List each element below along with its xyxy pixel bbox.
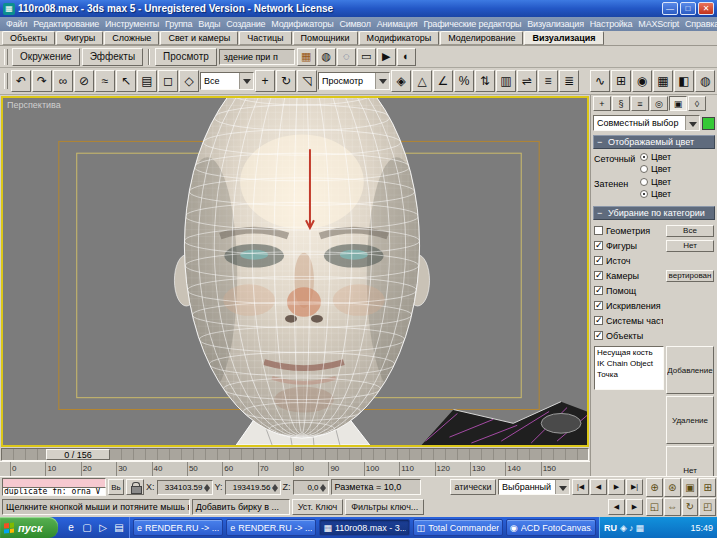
snap-toggle-icon[interactable]: △ [412,70,432,92]
bind-spacewarp-icon[interactable]: ≈ [95,70,115,92]
previous-key-icon[interactable]: ◀ [608,499,625,515]
category-action-button[interactable]: вертирован [666,270,714,282]
play-icon[interactable]: ▶ [608,479,625,495]
taskbar-window-button[interactable]: ◫ Total Commander... [413,519,503,536]
dropdown-arrow-icon[interactable] [555,480,569,494]
category-action-button[interactable]: Все [666,225,714,237]
language-indicator[interactable]: RU [604,523,617,533]
network-icon[interactable]: ▦ [635,523,644,533]
angle-snap-icon[interactable]: ∠ [433,70,453,92]
toolbar-tab[interactable]: Моделирование [440,31,523,45]
render-type-icon[interactable]: ◧ [674,70,694,92]
spinner-icon[interactable] [204,481,211,493]
close-button[interactable]: ✕ [698,2,714,15]
titlebar[interactable]: ▦ 110ro08.max - 3ds max 5 - Unregistered… [0,0,717,17]
radio-icon[interactable] [640,153,648,161]
toolbar-tab[interactable]: Визуализация [524,31,603,45]
toolbar-grip[interactable] [4,73,8,89]
move-icon[interactable]: + [255,70,275,92]
taskbar-window-button[interactable]: ▦ 110ro08.max - 3... [319,519,409,536]
menu-item[interactable]: Символ [336,19,373,29]
viewport-perspective[interactable]: Перспектива [1,96,589,447]
layer-manager-icon[interactable]: ≣ [559,70,579,92]
menu-item[interactable]: Анимация [374,19,421,29]
category-checkbox[interactable] [594,301,603,310]
menu-item[interactable]: Инструменты [102,19,162,29]
show-desktop-icon[interactable]: ▢ [80,521,94,535]
menu-item[interactable]: Визуализация [524,19,587,29]
category-checkbox[interactable] [594,331,603,340]
hierarchy-tab-icon[interactable]: ≡ [631,96,649,111]
listener-output-line[interactable]: duplicate fn: orna_V [2,487,106,497]
menu-item[interactable]: Графические редакторы [420,19,524,29]
volume-icon[interactable]: ♪ [629,523,634,533]
material-editor-icon[interactable]: ◉ [632,70,652,92]
toolbar-tab[interactable]: Помощники [293,31,358,45]
zoom-extents-all-icon[interactable]: ⊞ [699,478,716,497]
key-filters-button[interactable]: Фильтры ключ... [345,499,424,515]
reference-coordsys-combo[interactable]: Просмотр [318,72,390,90]
listener-expand-button[interactable]: Вь [108,479,124,495]
taskbar-window-button[interactable]: e RENDER.RU -> ... [226,519,316,536]
radio-option[interactable]: Цвет [640,189,671,199]
toolbar-tab[interactable]: Объекты [2,31,55,45]
modify-tab-icon[interactable]: § [612,96,630,111]
start-button[interactable]: пуск [0,517,58,538]
none-category-button[interactable]: Нет [666,446,714,476]
select-icon[interactable]: ↖ [116,70,136,92]
rollout-display-color-header[interactable]: Отображаемый цвет [593,135,715,149]
category-checkbox[interactable] [594,316,603,325]
viewport-canvas[interactable] [3,98,587,445]
go-to-end-icon[interactable]: ▶| [626,479,643,495]
remove-category-button[interactable]: Удаление [666,396,714,444]
list-item[interactable]: IK Chain Object [595,358,663,369]
dropdown-arrow-icon[interactable] [685,116,699,130]
quick-render-icon[interactable]: ◍ [695,70,715,92]
maximize-button[interactable]: □ [680,2,696,15]
category-listbox[interactable]: Несущая костьIK Chain ObjectТочка [594,346,664,390]
list-item[interactable]: Точка [595,369,663,380]
category-action-button[interactable]: Нет [666,240,714,252]
quick-render-icon[interactable]: ◍ [317,48,336,66]
display-tab-icon[interactable]: ▣ [669,96,687,111]
ram-player-icon[interactable]: ▶ [377,48,396,66]
utilities-tab-icon[interactable]: ◊ [688,96,706,111]
toolbar-tab[interactable]: Фигуры [56,31,103,45]
spinner-icon[interactable] [320,481,327,493]
menu-item[interactable]: MAXScript [635,19,682,29]
zoom-extents-icon[interactable]: ▣ [682,478,699,497]
antivirus-icon[interactable]: ◈ [620,523,627,533]
render-last-icon[interactable]: ◌ [337,48,356,66]
effects-button[interactable]: Эффекты [82,48,143,66]
go-to-start-icon[interactable]: |◀ [572,479,589,495]
selection-lock-icon[interactable] [126,479,144,495]
min-max-toggle-icon[interactable]: ◰ [699,498,716,517]
time-slider-handle[interactable]: 0 / 156 [46,449,110,460]
zoom-region-icon[interactable]: ◱ [646,498,663,517]
radio-icon[interactable] [640,165,648,173]
category-checkbox[interactable] [594,241,603,250]
toolbar-grip[interactable] [4,49,8,65]
category-checkbox[interactable] [594,286,603,295]
scale-icon[interactable]: ◹ [297,70,317,92]
zoom-icon[interactable]: ⊕ [646,478,663,497]
taskbar-window-button[interactable]: e RENDER.RU -> ... [133,519,223,536]
percent-snap-icon[interactable]: % [454,70,474,92]
curve-editor-icon[interactable]: ∿ [590,70,610,92]
radio-option[interactable]: Цвет [640,164,671,174]
video-post-icon[interactable]: ▭ [357,48,376,66]
truncated-toolbar-field[interactable]: здение при п [219,49,295,65]
rotate-icon[interactable]: ↻ [276,70,296,92]
create-tab-icon[interactable]: + [593,96,611,111]
unlink-icon[interactable]: ⊘ [74,70,94,92]
radio-option[interactable]: Цвет [640,152,671,162]
motion-tab-icon[interactable]: ◎ [650,96,668,111]
category-checkbox[interactable] [594,271,603,280]
select-by-name-icon[interactable]: ▤ [137,70,157,92]
menu-item[interactable]: Настройка [587,19,636,29]
redo-icon[interactable]: ↷ [32,70,52,92]
environment-button[interactable]: Окружение [12,48,80,66]
list-item[interactable]: Несущая кость [595,347,663,358]
menu-item[interactable]: Виды [195,19,223,29]
manipulate-icon[interactable]: ◈ [391,70,411,92]
